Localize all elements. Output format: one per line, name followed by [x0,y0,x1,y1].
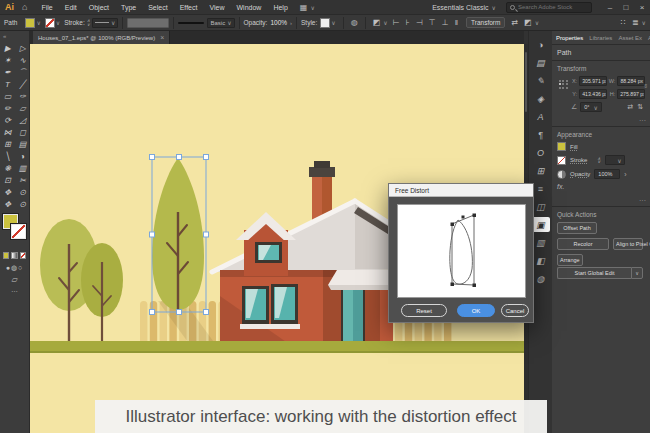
workspace-switcher-icon[interactable]: ▦ [294,3,311,12]
opacity-label[interactable]: Opacity [570,171,590,177]
draw-modes-icon[interactable]: ●◍○ [0,261,29,272]
slice-tool[interactable]: ⊙ [15,186,30,198]
y-field[interactable]: 413.436 px [579,89,607,99]
menu-item[interactable]: Type [115,4,142,11]
gradient-panel-icon[interactable]: ◧ [532,253,550,268]
pathfinder-panel-icon[interactable]: ◫ [532,199,550,214]
none-button[interactable] [20,252,26,259]
stroke-weight-dropdown[interactable]: ∨ [92,18,118,28]
transform-button[interactable]: Transform [466,17,505,28]
angle-dropdown[interactable]: 0°∨ [580,102,602,112]
start-global-edit[interactable]: Start Global Edit ∨ [557,267,643,279]
w-field[interactable]: 88.284 px [617,76,645,86]
grass-strip[interactable] [30,341,524,353]
workspace-selector[interactable]: Essentials Classic [432,4,491,11]
close-button[interactable]: × [634,3,650,12]
home-icon[interactable]: ⌂ [20,2,35,12]
x-field[interactable]: 305.971 px [579,76,607,86]
chevron-down-icon[interactable]: ∨ [55,19,64,26]
appearance-fill-swatch[interactable] [557,142,566,151]
stroke-color-swatch[interactable] [45,18,55,28]
h-field[interactable]: 275.897 px [617,89,645,99]
close-icon[interactable]: × [155,34,164,41]
appearance-panel-icon[interactable]: ◍ [532,271,550,286]
menu-item[interactable]: View [203,4,230,11]
quick-action-button[interactable]: Align to Pixel Grid [613,238,643,250]
symbol-sprayer-tool[interactable]: ⊡ [0,174,15,186]
quick-action-button[interactable]: Recolor [557,238,609,250]
free-transform-tool[interactable]: ◻ [15,126,30,138]
stroke-label[interactable]: Stroke [570,157,587,163]
recolor-artwork-icon[interactable]: ◩ [370,18,384,27]
blend-tool[interactable]: ▥ [15,162,30,174]
align-center-icon[interactable]: ⊦ [403,18,413,27]
artboards-panel-icon[interactable]: ▥ [532,235,550,250]
constrain-proportions-icon[interactable]: ∞ [643,84,649,88]
stroke-weight-stepper[interactable]: ∧∨ [85,19,92,26]
eyedropper-tool[interactable]: ❋ [0,162,15,174]
layers-panel-icon[interactable]: ▣ [532,217,550,232]
rotate-tool[interactable]: ⟳ [0,114,15,126]
opacity-field[interactable]: 100% [594,169,620,179]
menu-item[interactable]: Edit [59,4,83,11]
column-graph-tool[interactable]: ✂ [15,174,30,186]
opacity-value[interactable]: 100% [267,19,290,26]
stroke-weight-stepper[interactable]: ∧∨ [597,157,600,163]
isolate-icon[interactable]: ⇄ [508,18,521,27]
screen-mode-icon[interactable]: ▱ [0,272,29,284]
appearance-more-icon[interactable]: ··· [639,197,646,204]
align-middle-icon[interactable]: ⊥ [439,18,452,27]
minimize-button[interactable]: – [602,3,618,12]
chevron-down-icon[interactable]: ∨ [35,19,44,26]
hand-tool[interactable]: ✥ [0,198,15,210]
menu-item[interactable]: Help [267,4,293,11]
perspective-grid-tool[interactable]: ▤ [15,138,30,150]
style-swatch[interactable] [320,18,330,28]
dialog-title[interactable]: Free Distort [389,184,533,197]
transform-more-icon[interactable]: ··· [639,117,646,124]
panel-tab[interactable]: Properties [556,35,589,41]
start-global-edit-button[interactable]: Start Global Edit [557,267,631,279]
pen-tool[interactable]: ✒ [0,66,15,78]
menu-item[interactable]: File [35,4,58,11]
direct-selection-tool[interactable]: ▷ [15,42,30,54]
chevron-right-icon[interactable]: › [624,171,626,178]
fx-icon[interactable]: fx. [557,183,564,190]
distribute-icon[interactable]: ‖ [452,18,461,27]
app-logo[interactable]: Ai [0,2,20,12]
selected-tree[interactable] [152,158,204,310]
quick-action-button[interactable]: Arrange [557,254,583,266]
artboard-tool[interactable]: ✥ [0,186,15,198]
document-setup-icon[interactable]: ◍ [348,18,361,27]
align-right-icon[interactable]: ⊣ [413,18,426,27]
stroke-weight-dropdown[interactable]: ∨ [605,155,625,165]
menu-item[interactable]: Effect [174,4,204,11]
toolbar-more-icon[interactable]: … [0,284,29,293]
tree-round-small[interactable] [81,243,123,341]
mesh-tool[interactable]: ╲ [0,150,15,162]
align-top-icon[interactable]: ⊤ [426,18,439,27]
menu-item[interactable]: Window [231,4,268,11]
reference-point-locator[interactable] [558,79,569,90]
shape-options-icon[interactable]: ◩ [521,18,535,27]
menu-item[interactable]: Object [83,4,115,11]
brush-definition-dropdown[interactable]: Basic∨ [207,18,234,28]
cancel-button[interactable]: Cancel [501,304,529,317]
paintbrush-tool[interactable]: ✑ [15,90,30,102]
rectangle-tool[interactable]: ▭ [0,90,15,102]
chevron-down-icon[interactable]: ∨ [330,19,338,26]
shape-builder-tool[interactable]: ⊞ [0,138,15,150]
magic-wand-tool[interactable]: ✶ [0,54,15,66]
flip-vertical-icon[interactable]: ⇅ [637,103,643,111]
quick-action-button[interactable]: Offset Path [557,222,597,234]
appearance-stroke-swatch[interactable] [557,156,566,165]
transform-panel-icon[interactable]: ⊞ [532,163,550,178]
paragraph-panel-icon[interactable]: ¶ [532,127,550,142]
panel-tab[interactable]: Libraries [589,35,618,41]
scale-tool[interactable]: ◿ [15,114,30,126]
distort-preview-shape[interactable] [398,205,525,297]
search-input[interactable] [515,4,587,10]
line-segment-tool[interactable]: ╱ [15,78,30,90]
opentype-panel-icon[interactable]: O [532,145,550,160]
brushes-panel-icon[interactable]: ✎ [532,73,550,88]
